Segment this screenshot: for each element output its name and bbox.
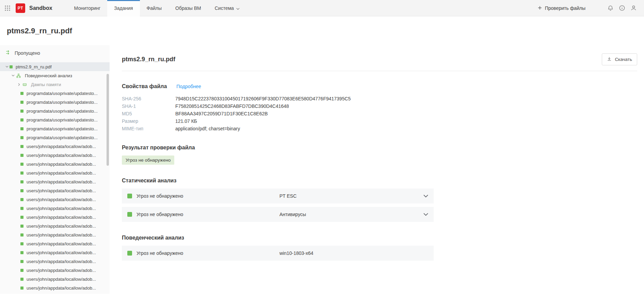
property-value: BF88AA3497C2059D71D1F30EC1C8E62B xyxy=(175,110,268,117)
report-header: ptms2.9_rn_ru.pdf Скачать xyxy=(122,51,637,71)
skipped-icon xyxy=(5,50,11,56)
more-details-link[interactable]: Подробнее xyxy=(176,84,201,89)
file-status-square-icon xyxy=(20,287,23,290)
nav-tab-1[interactable]: Задания xyxy=(107,0,140,16)
tree-leaf[interactable]: programdata/usoprivate/updatesto... xyxy=(0,89,110,98)
property-value: application/pdf; charset=binary xyxy=(175,125,240,132)
tree-leaf[interactable]: users/john/appdata/locallow/adob... xyxy=(0,222,110,230)
tree-leaf[interactable]: users/john/appdata/locallow/adob... xyxy=(0,177,110,186)
behavioral-analysis-rows: Угроз не обнаружено win10-1803-x64 xyxy=(122,246,434,261)
tree-leaf[interactable]: users/john/appdata/locallow/adob... xyxy=(0,248,110,257)
tree-node-memory-dumps[interactable]: Дампы памяти xyxy=(0,80,110,89)
status-square-icon xyxy=(127,251,132,256)
file-status-square-icon xyxy=(20,269,23,272)
download-button[interactable]: Скачать xyxy=(602,53,637,65)
tree-leaf-label: programdata/usoprivate/updatesto... xyxy=(27,109,98,114)
page-header: ptms2.9_rn_ru.pdf xyxy=(0,16,644,45)
download-label: Скачать xyxy=(615,57,632,62)
file-status-square-icon xyxy=(20,278,23,281)
tree-leaf-label: programdata/usoprivate/updatesto... xyxy=(27,100,98,105)
file-status-square-icon xyxy=(20,260,23,263)
tree-leaf-label: users/john/appdata/locallow/adob... xyxy=(27,285,96,291)
chevron-down-icon[interactable] xyxy=(4,66,10,68)
scrollbar-thumb[interactable] xyxy=(107,74,109,166)
tree-leaf[interactable]: users/john/appdata/locallow/adob... xyxy=(0,257,110,266)
tree-leaf[interactable]: programdata/usoprivate/updatesto... xyxy=(0,98,110,107)
pt-logo[interactable]: PT xyxy=(16,3,25,13)
brand-name[interactable]: Sandbox xyxy=(29,5,52,11)
tree-leaf-label: users/john/appdata/locallow/adob... xyxy=(27,250,96,255)
content-area: Пропущено ptms2.9_rn_ru.pdf xyxy=(0,45,644,294)
file-status-square-icon xyxy=(20,127,23,130)
tree-node-label: Поведенческий анализ xyxy=(25,73,72,78)
tree-leaf-label: users/john/appdata/locallow/adob... xyxy=(27,188,96,193)
nav-tab-label: Задания xyxy=(114,5,133,11)
nav-tab-4[interactable]: Система xyxy=(208,0,246,16)
tree-leaf-label: users/john/appdata/locallow/adob... xyxy=(27,277,96,282)
file-status-square-icon xyxy=(20,251,23,254)
info-icon[interactable] xyxy=(616,2,628,14)
analysis-row[interactable]: Угроз не обнаружено PT ESC xyxy=(122,189,434,203)
behavior-graph-icon xyxy=(16,74,21,78)
tree-leaf[interactable]: users/john/appdata/locallow/adob... xyxy=(0,151,110,160)
tree-node-behavioral-analysis[interactable]: Поведенческий анализ xyxy=(0,71,110,80)
sidebar-scrollbar[interactable] xyxy=(107,60,109,292)
tree-leaf-label: programdata/usoprivate/updatesto... xyxy=(27,117,98,122)
skipped-filter[interactable]: Пропущено xyxy=(0,45,110,60)
property-row: MIME-тип application/pdf; charset=binary xyxy=(122,125,637,132)
tree-leaf[interactable]: users/john/appdata/locallow/adob... xyxy=(0,160,110,168)
chevron-right-icon[interactable] xyxy=(16,83,22,86)
tree-leaf-label: users/john/appdata/locallow/adob... xyxy=(27,259,96,264)
tree-leaf[interactable]: users/john/appdata/locallow/adob... xyxy=(0,266,110,275)
file-status-square-icon xyxy=(20,110,23,113)
tree-leaf[interactable]: users/john/appdata/locallow/adob... xyxy=(0,283,110,292)
tree-leaf[interactable]: programdata/usoprivate/updatesto... xyxy=(0,107,110,115)
tree-leaf[interactable]: users/john/appdata/locallow/adob... xyxy=(0,204,110,213)
chevron-down-icon xyxy=(236,5,240,11)
tree-leaf[interactable]: programdata/usoprivate/updatesto... xyxy=(0,115,110,124)
check-files-label: Проверить файлы xyxy=(545,5,585,11)
tree-leaf[interactable]: users/john/appdata/locallow/adob... xyxy=(0,213,110,222)
file-status-square-icon xyxy=(20,101,23,104)
tree-leaf-label: users/john/appdata/locallow/adob... xyxy=(27,170,96,176)
tree-leaf[interactable]: users/john/appdata/locallow/adob... xyxy=(0,168,110,177)
analysis-row[interactable]: Угроз не обнаружено Антивирусы xyxy=(122,207,434,222)
tree-leaf-label: users/john/appdata/locallow/adob... xyxy=(27,144,96,149)
apps-grid-icon[interactable] xyxy=(0,0,15,16)
download-icon xyxy=(607,56,612,62)
property-value: F75820851425C2468D83FABFD7DBC390D4C41648 xyxy=(175,102,289,110)
tree-leaf[interactable]: users/john/appdata/locallow/adob... xyxy=(0,239,110,248)
chevron-down-icon[interactable] xyxy=(10,75,16,77)
nav-tab-3[interactable]: Образы ВМ xyxy=(168,0,208,16)
tree-leaf[interactable]: programdata/usoprivate/updatesto... xyxy=(0,124,110,133)
tree-leaf[interactable]: users/john/appdata/locallow/adob... xyxy=(0,195,110,204)
file-status-square-icon xyxy=(20,118,23,121)
check-files-button[interactable]: Проверить файлы xyxy=(538,5,585,11)
file-status-square-icon xyxy=(20,233,23,236)
user-profile-icon[interactable] xyxy=(628,2,639,14)
file-status-square-icon xyxy=(20,207,23,210)
tree-leaf[interactable]: programdata/usoprivate/updatesto... xyxy=(0,133,110,142)
file-status-square-icon xyxy=(20,92,23,95)
tree-node-label: Дампы памяти xyxy=(31,82,61,87)
tree-leaf[interactable]: users/john/appdata/locallow/adob... xyxy=(0,230,110,239)
static-analysis-title: Статический анализ xyxy=(122,178,637,184)
tree-leaf[interactable]: users/john/appdata/locallow/adob... xyxy=(0,275,110,283)
app-root: PT Sandbox Мониторинг Задания Файлы Обра… xyxy=(0,0,644,294)
tree-leaf-label: users/john/appdata/locallow/adob... xyxy=(27,268,96,273)
file-status-square-icon xyxy=(20,198,23,201)
notifications-bell-icon[interactable] xyxy=(605,2,616,14)
plus-icon xyxy=(538,5,542,11)
nav-tab-0[interactable]: Мониторинг xyxy=(67,0,108,16)
tree-leaf-label: users/john/appdata/locallow/adob... xyxy=(27,206,96,211)
tree-leaf-label: programdata/usoprivate/updatesto... xyxy=(27,135,98,140)
file-status-square-icon xyxy=(20,136,23,139)
tree-node-root-file[interactable]: ptms2.9_rn_ru.pdf xyxy=(0,62,110,71)
tree-leaf[interactable]: users/john/appdata/locallow/adob... xyxy=(0,186,110,195)
nav-tab-2[interactable]: Файлы xyxy=(140,0,168,16)
property-row: Размер 121.07 КБ xyxy=(122,117,637,125)
tree-leaf-label: users/john/appdata/locallow/adob... xyxy=(27,179,96,184)
file-status-square-icon xyxy=(20,216,23,219)
status-square-icon xyxy=(127,194,132,198)
tree-leaf[interactable]: users/john/appdata/locallow/adob... xyxy=(0,142,110,151)
